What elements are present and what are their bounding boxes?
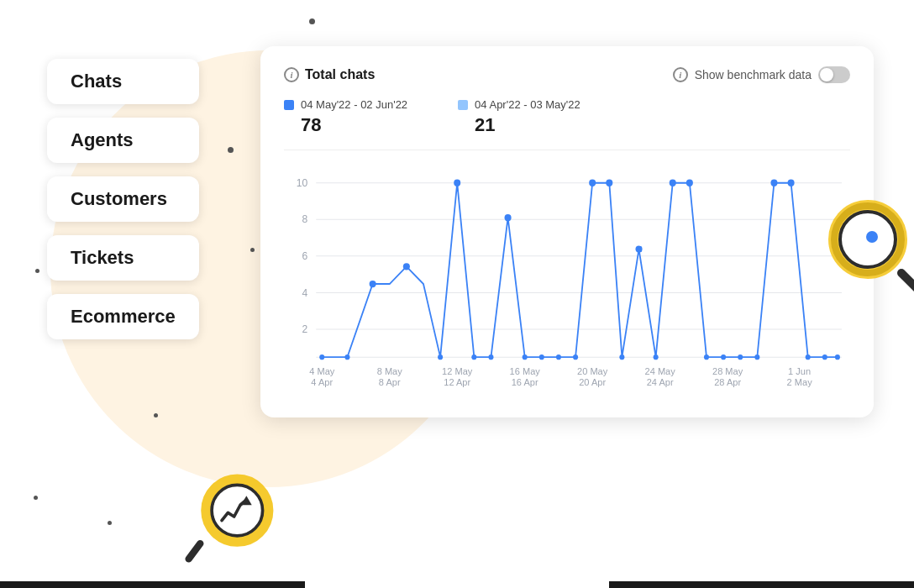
dot-2 [228, 147, 234, 153]
legend-label-secondary: 04 Apr'22 - 03 May'22 [458, 98, 580, 111]
sidebar-item-customers[interactable]: Customers [47, 176, 199, 222]
svg-text:20 May: 20 May [577, 366, 608, 376]
legend-value-secondary: 21 [458, 114, 580, 136]
svg-text:8: 8 [302, 213, 307, 225]
svg-text:20 Apr: 20 Apr [579, 377, 606, 387]
dot-6 [34, 496, 38, 500]
dot-1 [309, 18, 315, 24]
svg-point-16 [606, 180, 612, 186]
svg-point-38 [822, 354, 827, 360]
magnify-left-icon [185, 470, 277, 563]
chart-area: 10 8 6 4 2 [284, 165, 850, 401]
legend-item-secondary: 04 Apr'22 - 03 May'22 21 [458, 98, 580, 136]
magnify-right-icon [822, 193, 914, 302]
svg-text:16 Apr: 16 Apr [512, 377, 538, 387]
svg-point-26 [488, 354, 493, 360]
sidebar-item-tickets[interactable]: Tickets [47, 235, 199, 281]
svg-text:28 May: 28 May [712, 366, 743, 376]
sidebar: Chats Agents Customers Tickets Ecommerce [47, 59, 199, 339]
svg-point-19 [686, 180, 693, 186]
legend-label-primary: 04 May'22 - 02 Jun'22 [284, 98, 407, 111]
svg-line-61 [189, 543, 201, 559]
chart-card: i Total chats i Show benchmark data 04 M… [260, 46, 874, 417]
title-info-icon[interactable]: i [284, 67, 299, 82]
benchmark-label: Show benchmark data [695, 68, 812, 81]
svg-point-13 [454, 180, 460, 186]
svg-text:24 May: 24 May [645, 366, 676, 376]
svg-point-21 [788, 180, 795, 186]
svg-point-14 [505, 214, 512, 221]
legend-item-primary: 04 May'22 - 02 Jun'22 78 [284, 98, 407, 136]
svg-point-33 [704, 354, 709, 360]
svg-point-37 [806, 354, 811, 360]
dot-3 [250, 248, 255, 252]
svg-point-18 [670, 180, 676, 186]
svg-point-23 [344, 354, 349, 360]
bottom-bar-segment-3 [609, 581, 914, 588]
svg-text:24 Apr: 24 Apr [647, 377, 674, 387]
svg-text:2 May: 2 May [787, 377, 812, 387]
svg-text:12 Apr: 12 Apr [444, 377, 470, 387]
svg-point-34 [721, 354, 726, 360]
dot-7 [108, 521, 112, 525]
svg-point-17 [635, 245, 642, 252]
svg-point-30 [573, 354, 578, 360]
legend-dot-light [458, 100, 468, 110]
svg-line-56 [901, 273, 914, 298]
svg-text:8 Apr: 8 Apr [379, 377, 401, 387]
svg-text:6: 6 [302, 250, 307, 262]
svg-text:8 May: 8 May [377, 366, 402, 376]
svg-point-24 [438, 354, 443, 360]
svg-text:4 May: 4 May [309, 366, 334, 376]
legend-date-primary: 04 May'22 - 02 Jun'22 [301, 98, 407, 111]
chart-header: i Total chats i Show benchmark data [284, 66, 850, 83]
svg-point-15 [589, 180, 596, 186]
dot-5 [154, 413, 158, 417]
svg-point-36 [754, 354, 759, 360]
svg-text:16 May: 16 May [510, 366, 541, 376]
svg-text:4 Apr: 4 Apr [311, 377, 333, 387]
svg-point-22 [319, 354, 324, 360]
chart-title-container: i Total chats [284, 67, 375, 82]
svg-point-32 [654, 354, 659, 360]
svg-text:4: 4 [302, 286, 307, 298]
svg-point-12 [403, 263, 410, 270]
benchmark-toggle-container: i Show benchmark data [673, 66, 850, 83]
dot-4 [35, 269, 39, 273]
svg-point-25 [471, 354, 476, 360]
sidebar-item-ecommerce[interactable]: Ecommerce [47, 294, 199, 339]
svg-point-11 [370, 281, 376, 287]
benchmark-toggle-switch[interactable] [818, 66, 850, 83]
sidebar-item-chats[interactable]: Chats [47, 59, 199, 104]
bottom-bar-segment-2 [305, 581, 610, 588]
svg-text:12 May: 12 May [442, 366, 473, 376]
svg-text:1 Jun: 1 Jun [788, 366, 811, 376]
legend-dot-solid [284, 100, 294, 110]
svg-point-27 [523, 354, 528, 360]
svg-point-29 [556, 354, 561, 360]
svg-text:2: 2 [302, 323, 307, 335]
svg-point-39 [835, 354, 840, 360]
legend-value-primary: 78 [284, 114, 407, 136]
svg-text:28 Apr: 28 Apr [714, 377, 741, 387]
chart-legend: 04 May'22 - 02 Jun'22 78 04 Apr'22 - 03 … [284, 98, 850, 150]
benchmark-info-icon[interactable]: i [673, 67, 688, 82]
chart-title-text: Total chats [305, 67, 375, 82]
legend-date-secondary: 04 Apr'22 - 03 May'22 [475, 98, 580, 111]
svg-point-20 [770, 180, 777, 186]
bottom-bar [0, 581, 914, 588]
svg-text:10: 10 [297, 177, 308, 189]
svg-point-60 [866, 231, 878, 243]
sidebar-item-agents[interactable]: Agents [47, 118, 199, 163]
svg-point-28 [539, 354, 544, 360]
bottom-bar-segment-1 [0, 581, 305, 588]
svg-point-31 [619, 354, 624, 360]
svg-point-35 [738, 354, 743, 360]
chart-svg: 10 8 6 4 2 [284, 165, 850, 401]
